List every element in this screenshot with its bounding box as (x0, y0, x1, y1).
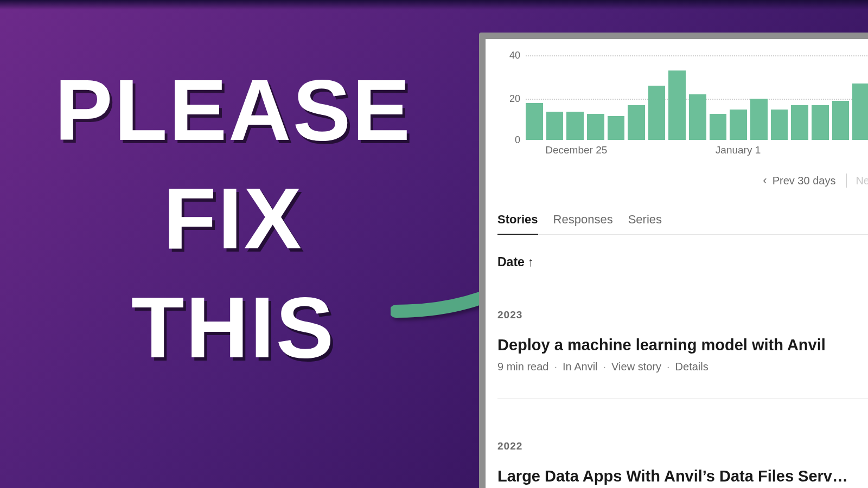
ytick-label: 0 (515, 134, 520, 146)
bar[interactable] (648, 86, 666, 140)
separator-dot: · (554, 361, 558, 373)
ytick-label: 40 (509, 50, 520, 61)
row-divider (497, 398, 868, 399)
headline-line-2: FIX (49, 174, 418, 264)
bar[interactable] (566, 112, 584, 140)
ytick-label: 20 (509, 93, 520, 105)
separator-dot: · (667, 361, 670, 373)
bar[interactable] (730, 110, 747, 140)
bar[interactable] (546, 112, 564, 140)
bar[interactable] (526, 103, 543, 140)
headline-line-1: PLEASE (49, 65, 418, 155)
xticks: December 25 January 1 (526, 144, 868, 159)
bar[interactable] (668, 70, 686, 140)
stats-panel: 40 20 0 December 25 January 1 ‹ Prev 30 … (486, 39, 868, 488)
bar[interactable] (628, 105, 645, 140)
pager-divider (846, 174, 847, 188)
year-heading-2023: 2023 (497, 309, 522, 321)
bar[interactable] (608, 116, 625, 140)
story-row: Large Data Apps With Anvil’s Data Files … (497, 467, 868, 488)
bar[interactable] (832, 101, 850, 140)
view-story-link[interactable]: View story (611, 361, 661, 373)
next-30-days-button[interactable]: Ne (856, 175, 868, 187)
story-meta: 9 min read · In Anvil · View story · Det… (497, 361, 868, 373)
bar[interactable] (791, 105, 808, 140)
story-row: Deploy a machine learning model with Anv… (497, 336, 868, 373)
bar[interactable] (852, 84, 868, 140)
story-title[interactable]: Deploy a machine learning model with Anv… (497, 336, 868, 354)
bar[interactable] (689, 94, 706, 140)
bars-row (526, 53, 868, 140)
views-chart: 40 20 0 December 25 January 1 (486, 39, 868, 164)
xtick-label: January 1 (716, 144, 761, 156)
headline: PLEASE FIX THIS (49, 65, 418, 391)
bar[interactable] (812, 105, 829, 140)
arrow-up-icon: ↑ (528, 255, 534, 269)
bar[interactable] (710, 114, 727, 140)
tab-series[interactable]: Series (628, 213, 662, 227)
tabs: Stories Responses Series (497, 213, 868, 235)
headline-line-3: THIS (49, 282, 418, 373)
prev-30-days-button[interactable]: Prev 30 days (773, 175, 836, 187)
bar[interactable] (771, 110, 788, 140)
bar[interactable] (750, 99, 768, 140)
separator-dot: · (603, 361, 607, 373)
chevron-left-icon[interactable]: ‹ (763, 174, 767, 188)
publication-link[interactable]: In Anvil (563, 361, 597, 373)
details-link[interactable]: Details (675, 361, 709, 373)
thumbnail-stage: PLEASE FIX THIS 40 20 0 December 25 Janu… (0, 0, 868, 488)
year-heading-2022: 2022 (497, 440, 522, 452)
sort-label: Date (497, 255, 525, 269)
tab-responses[interactable]: Responses (553, 213, 613, 227)
sort-by-date[interactable]: Date ↑ (497, 255, 534, 269)
read-time: 9 min read (497, 361, 549, 373)
date-range-pager: ‹ Prev 30 days Ne (763, 174, 868, 188)
xtick-label: December 25 (545, 144, 607, 156)
bar[interactable] (587, 114, 604, 140)
tab-stories[interactable]: Stories (497, 213, 538, 227)
story-title[interactable]: Large Data Apps With Anvil’s Data Files … (497, 467, 868, 485)
stats-panel-frame: 40 20 0 December 25 January 1 ‹ Prev 30 … (479, 33, 868, 488)
